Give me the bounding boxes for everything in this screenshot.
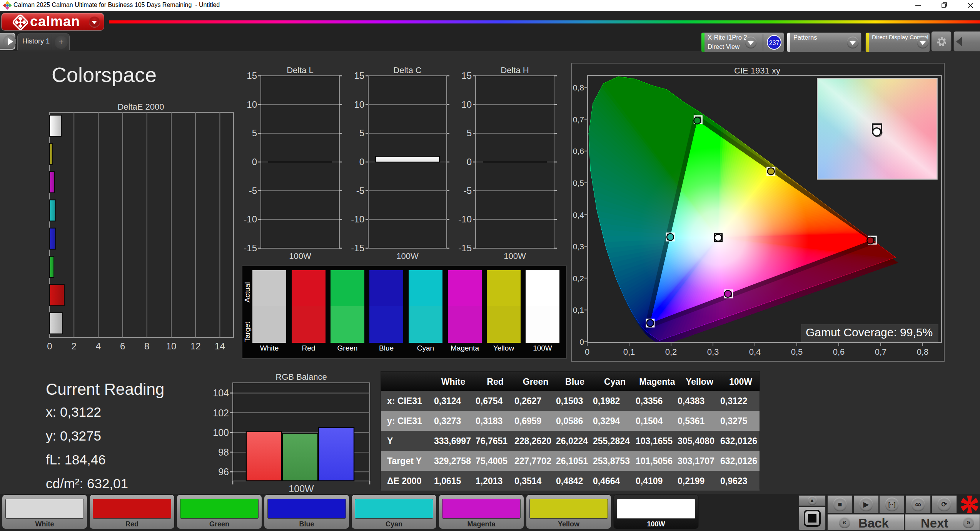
svg-text:-10: -10 <box>244 214 257 224</box>
svg-text:DeltaE 2000: DeltaE 2000 <box>117 102 164 112</box>
svg-text:104: 104 <box>213 387 229 398</box>
svg-text:10: 10 <box>166 341 177 351</box>
svg-text:15: 15 <box>354 70 364 81</box>
svg-text:Delta C: Delta C <box>393 65 421 75</box>
svg-text:0,1: 0,1 <box>573 306 584 314</box>
svg-text:0,3: 0,3 <box>707 347 719 357</box>
svg-text:5: 5 <box>252 128 257 138</box>
svg-text:10: 10 <box>461 99 472 110</box>
svg-text:-15: -15 <box>244 243 257 253</box>
svg-text:-10: -10 <box>458 214 472 224</box>
svg-text:-5: -5 <box>464 185 472 196</box>
svg-text:Gamut Coverage: 99,5%: Gamut Coverage: 99,5% <box>806 326 933 339</box>
svg-text:0,6: 0,6 <box>833 347 845 357</box>
svg-text:0: 0 <box>467 157 472 167</box>
svg-text:-15: -15 <box>458 243 472 253</box>
svg-text:0,3: 0,3 <box>573 242 584 251</box>
svg-text:0: 0 <box>47 341 52 351</box>
svg-text:2: 2 <box>72 341 77 351</box>
svg-text:0,7: 0,7 <box>573 115 584 124</box>
svg-text:0,7: 0,7 <box>875 347 887 357</box>
svg-text:0,8: 0,8 <box>917 347 929 357</box>
svg-text:Delta L: Delta L <box>287 65 314 75</box>
svg-text:0,4: 0,4 <box>749 347 761 357</box>
svg-text:RGB Balance: RGB Balance <box>275 372 327 382</box>
svg-text:100W: 100W <box>289 251 311 261</box>
svg-text:96: 96 <box>218 466 229 477</box>
svg-text:0: 0 <box>585 347 589 357</box>
svg-text:100W: 100W <box>289 483 314 494</box>
svg-text:0: 0 <box>252 157 257 167</box>
svg-text:14: 14 <box>215 341 225 351</box>
svg-text:10: 10 <box>354 99 364 110</box>
svg-text:8: 8 <box>144 341 149 351</box>
svg-text:102: 102 <box>213 407 229 418</box>
svg-text:98: 98 <box>218 447 229 458</box>
svg-text:15: 15 <box>461 70 472 81</box>
svg-text:0,5: 0,5 <box>791 347 803 357</box>
svg-text:0,2: 0,2 <box>665 347 677 357</box>
svg-text:10: 10 <box>247 99 257 110</box>
svg-text:12: 12 <box>190 341 201 351</box>
svg-text:0,1: 0,1 <box>623 347 635 357</box>
svg-text:CIE 1931 xy: CIE 1931 xy <box>734 66 780 75</box>
svg-text:5: 5 <box>359 128 364 138</box>
svg-text:6: 6 <box>120 341 125 351</box>
svg-text:0,5: 0,5 <box>573 179 584 187</box>
svg-text:-5: -5 <box>249 185 257 196</box>
svg-text:-15: -15 <box>351 243 364 253</box>
svg-text:Delta H: Delta H <box>501 65 529 75</box>
svg-text:15: 15 <box>247 70 257 81</box>
svg-text:-10: -10 <box>351 214 364 224</box>
svg-text:-5: -5 <box>356 185 364 196</box>
svg-text:0: 0 <box>359 157 364 167</box>
svg-text:4: 4 <box>96 341 101 351</box>
svg-text:100: 100 <box>213 427 229 438</box>
svg-text:0,2: 0,2 <box>573 274 584 283</box>
svg-text:5: 5 <box>467 128 472 138</box>
svg-text:0,4: 0,4 <box>573 210 584 219</box>
svg-text:100W: 100W <box>396 251 419 261</box>
svg-text:0: 0 <box>579 337 584 346</box>
svg-text:0,8: 0,8 <box>573 83 584 92</box>
svg-text:0,6: 0,6 <box>573 147 584 155</box>
svg-text:100W: 100W <box>504 251 526 261</box>
